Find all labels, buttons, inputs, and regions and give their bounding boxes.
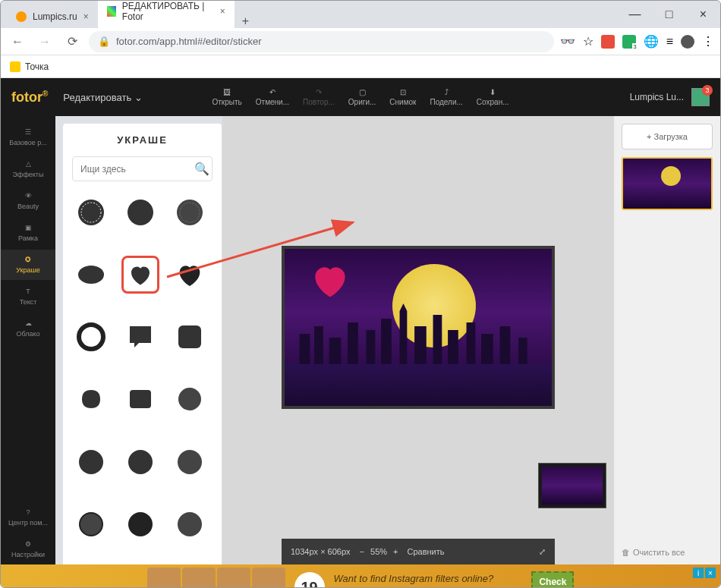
open-button[interactable]: 🖼Открыть xyxy=(213,88,242,106)
sticker-oval[interactable] xyxy=(72,256,110,294)
menu-icon[interactable]: ≡ xyxy=(666,35,673,49)
close-icon[interactable]: × xyxy=(83,11,89,22)
svg-point-12 xyxy=(178,450,202,474)
reload-button[interactable]: ⟳ xyxy=(61,31,83,52)
redo-button[interactable]: ↷Повтор... xyxy=(303,88,335,106)
thumbnail[interactable] xyxy=(622,157,713,210)
star-circle-icon: ✪ xyxy=(25,256,31,263)
sticker-rounded-square[interactable] xyxy=(171,318,209,356)
text-icon: T xyxy=(26,288,30,295)
search-icon[interactable]: 🔍 xyxy=(194,162,209,176)
expand-button[interactable]: ⤢ xyxy=(539,547,546,557)
minimap[interactable] xyxy=(538,463,606,508)
sticker-circle-dark[interactable] xyxy=(121,505,159,543)
frame-icon: ▣ xyxy=(25,224,32,231)
sliders-icon: ☰ xyxy=(25,128,31,136)
nav-cloud[interactable]: ☁Облако xyxy=(1,313,55,344)
sticker-heart[interactable] xyxy=(171,256,209,294)
image-icon: ▢ xyxy=(359,88,366,96)
sticker-seal[interactable] xyxy=(171,193,209,231)
kebab-icon[interactable]: ⋮ xyxy=(702,34,714,49)
extension-icon[interactable]: 3 xyxy=(622,35,636,49)
search-box[interactable]: 🔍 xyxy=(72,156,213,181)
sticker-burst-dark[interactable] xyxy=(171,443,209,481)
canvas-main[interactable] xyxy=(222,116,614,539)
chevron-down-icon: ⌄ xyxy=(134,92,143,103)
fotor-logo[interactable]: fotor® xyxy=(11,90,48,105)
nav-text[interactable]: TТекст xyxy=(1,281,55,312)
original-button[interactable]: ▢Ориги... xyxy=(348,88,376,106)
new-tab-button[interactable]: + xyxy=(235,14,257,28)
maximize-button[interactable]: □ xyxy=(652,3,686,26)
panel-title: УКРАШЕ xyxy=(63,124,222,156)
svg-rect-25 xyxy=(433,315,442,364)
sticker-circle[interactable] xyxy=(121,193,159,231)
avatar[interactable]: 3 xyxy=(691,88,710,106)
sticker-speech[interactable] xyxy=(121,318,159,356)
ad-close-button[interactable]: × xyxy=(705,568,716,578)
avatar-icon[interactable] xyxy=(681,35,694,49)
star-icon[interactable]: ☆ xyxy=(583,34,593,49)
sticker-ornate[interactable] xyxy=(72,380,110,418)
zoom-in-button[interactable]: + xyxy=(393,547,398,556)
svg-rect-19 xyxy=(348,322,358,364)
right-panel: + Загрузка 🗑 Очистить все xyxy=(614,116,720,564)
sticker-ring[interactable] xyxy=(72,318,110,356)
flask-icon: △ xyxy=(26,160,31,168)
ad-info-icon[interactable]: i xyxy=(693,568,704,578)
forward-button[interactable]: → xyxy=(34,31,55,52)
share-button[interactable]: ⤴Подели... xyxy=(430,88,462,106)
address-bar[interactable]: 🔒 fotor.com/app.html#/editor/sticker xyxy=(89,31,554,52)
sticker-grid xyxy=(63,189,222,564)
placed-heart-sticker[interactable] xyxy=(307,258,353,299)
globe-icon[interactable]: 🌐 xyxy=(644,34,659,49)
notification-badge: 3 xyxy=(702,85,713,96)
eye-icon: 👁 xyxy=(25,192,32,200)
svg-rect-17 xyxy=(314,326,323,364)
camera-icon: ⊡ xyxy=(400,88,406,96)
sticker-heart-selected[interactable] xyxy=(121,256,159,294)
nav-settings[interactable]: ⚙Настройки xyxy=(1,534,55,564)
sticker-circle-outline[interactable] xyxy=(72,505,110,543)
sticker-circle-alt[interactable] xyxy=(171,505,209,543)
snapshot-button[interactable]: ⊡Снимок xyxy=(389,88,416,106)
search-input[interactable] xyxy=(80,164,194,175)
username[interactable]: Lumpics Lu... xyxy=(630,92,684,102)
nav-stickers[interactable]: ✪Украше xyxy=(1,250,55,280)
edit-dropdown[interactable]: Редактировать ⌄ xyxy=(63,92,143,103)
svg-point-11 xyxy=(128,450,153,474)
address-bar-row: ← → ⟳ 🔒 fotor.com/app.html#/editor/stick… xyxy=(1,28,720,55)
close-button[interactable]: × xyxy=(686,3,720,26)
zoom-level: 55% xyxy=(370,547,387,556)
upload-button[interactable]: + Загрузка xyxy=(622,124,713,149)
undo-button[interactable]: ↶Отмени... xyxy=(256,88,289,106)
sticker-ornate-frame[interactable] xyxy=(121,380,159,418)
compare-button[interactable]: Сравнить xyxy=(408,547,445,556)
canvas-image[interactable] xyxy=(282,246,555,409)
ad-banner[interactable]: 19 Want to find Instagram filters online… xyxy=(1,564,720,588)
close-icon[interactable]: × xyxy=(220,6,225,17)
browser-tab-lumpics[interactable]: Lumpics.ru × xyxy=(7,5,98,28)
svg-rect-28 xyxy=(481,334,493,364)
nav-effects[interactable]: △Эффекты xyxy=(1,154,55,184)
bookmark-item[interactable]: Точка xyxy=(25,61,49,72)
sticker-scallop[interactable] xyxy=(121,443,159,481)
clear-all-button[interactable]: 🗑 Очистить все xyxy=(622,548,713,557)
svg-point-13 xyxy=(80,513,102,536)
ad-cta-button[interactable]: CheckNow xyxy=(531,571,574,588)
incognito-icon[interactable]: 👓 xyxy=(560,34,575,49)
nav-basic[interactable]: ☰Базовое р... xyxy=(1,122,55,153)
browser-tab-fotor[interactable]: РЕДАКТИРОВАТЬ | Fotor × xyxy=(98,0,235,28)
save-button[interactable]: ⬇Сохран... xyxy=(477,88,509,106)
extension-icon[interactable] xyxy=(601,35,615,49)
redo-icon: ↷ xyxy=(316,88,322,96)
sticker-badge[interactable] xyxy=(72,193,110,231)
minimize-button[interactable]: — xyxy=(618,3,652,26)
sticker-sun[interactable] xyxy=(72,443,110,481)
sticker-burst[interactable] xyxy=(171,380,209,418)
back-button[interactable]: ← xyxy=(7,31,28,52)
nav-frame[interactable]: ▣Рамка xyxy=(1,218,55,248)
zoom-out-button[interactable]: − xyxy=(360,547,364,556)
nav-help[interactable]: ?Центр пом... xyxy=(1,502,55,533)
nav-beauty[interactable]: 👁Beauty xyxy=(1,186,55,216)
